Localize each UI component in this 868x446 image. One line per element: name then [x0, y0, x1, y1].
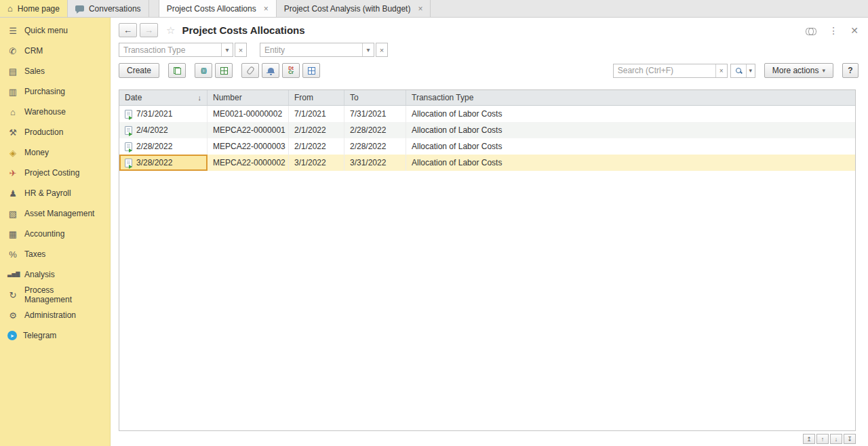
cell-number: MEPCA22-0000001 [208, 122, 289, 138]
sidebar-item-analysis[interactable]: ▃▅▇ Analysis [0, 264, 110, 285]
spreadsheet-icon [220, 67, 228, 75]
sidebar-item-asset-management[interactable]: ▧ Asset Management [0, 203, 110, 224]
posted-document-icon [125, 142, 132, 151]
attach-file-button[interactable] [241, 63, 259, 78]
scroll-down-button[interactable]: ↓ [830, 434, 842, 444]
date-value: 3/28/2022 [136, 158, 172, 167]
page-title: Project Costs Allocations [182, 24, 304, 36]
sidebar-item-money[interactable]: ◈ Money [0, 142, 110, 163]
sidebar-item-crm[interactable]: ✆ CRM [0, 41, 110, 61]
date-value: 2/28/2022 [136, 142, 172, 151]
close-form-button[interactable]: ✕ [850, 26, 859, 35]
sidebar-item-quick-menu[interactable]: ☰ Quick menu [0, 20, 110, 41]
search-button[interactable] [731, 64, 746, 77]
chat-bubble-icon [75, 5, 84, 12]
tab-close-icon[interactable]: × [264, 4, 269, 14]
table-row-selected[interactable]: 3/28/2022 MEPCA22-0000002 3/1/2022 3/31/… [119, 155, 855, 171]
favorite-star-icon[interactable]: ☆ [166, 24, 175, 37]
related-documents-button[interactable] [302, 63, 320, 78]
more-actions-button[interactable]: More actions ▾ [764, 63, 833, 78]
cell-number: MEPCA22-0000003 [208, 138, 289, 155]
sidebar-item-administration[interactable]: ⚙ Administration [0, 305, 110, 325]
sidebar-item-process-management[interactable]: ↻ Process Management [0, 285, 110, 305]
column-header-transaction-type[interactable]: Transaction Type [406, 90, 855, 105]
more-menu-button[interactable]: ⋮ [829, 26, 838, 35]
column-header-to[interactable]: To [344, 90, 406, 105]
paperclip-icon [246, 66, 255, 75]
create-button[interactable]: Create [119, 63, 159, 78]
tab-project-costs-allocations[interactable]: Project Costs Allocations × [159, 0, 277, 17]
cell-from: 2/1/2022 [289, 138, 344, 155]
column-label: Date [125, 93, 142, 102]
administration-icon: ⚙ [7, 311, 18, 320]
column-label: Transaction Type [412, 93, 473, 102]
transaction-type-clear-button[interactable]: × [235, 43, 247, 57]
cell-date[interactable]: 2/4/2022 [119, 122, 208, 138]
taxes-icon: % [7, 250, 18, 259]
sidebar-item-label: Sales [24, 66, 45, 76]
posted-document-icon [125, 110, 132, 119]
broadcast-button[interactable]: (()) [195, 63, 212, 78]
get-link-button[interactable] [806, 26, 816, 35]
column-label: From [294, 93, 313, 102]
entity-filter-input[interactable] [260, 43, 362, 56]
cell-date-active[interactable]: 3/28/2022 [119, 155, 208, 171]
export-spreadsheet-button[interactable] [215, 63, 233, 78]
accounting-icon: ▦ [7, 230, 18, 239]
tab-label: Conversations [89, 4, 141, 14]
search-options-button[interactable]: ▾ [746, 64, 755, 77]
tab-conversations[interactable]: Conversations [68, 0, 149, 17]
chevron-down-icon: ▾ [225, 46, 229, 54]
search-clear-button[interactable]: × [715, 64, 727, 77]
cell-date[interactable]: 2/28/2022 [119, 138, 208, 155]
sidebar-item-warehouse[interactable]: ⌂ Warehouse [0, 102, 110, 122]
search-split-button: ▾ [730, 64, 755, 78]
transaction-type-combo: ▾ [119, 43, 233, 57]
tab-project-cost-analysis[interactable]: Project Cost Analysis (with Budget) × [277, 0, 431, 17]
dt-cr-button[interactable]: Dt Cr [282, 63, 300, 78]
warehouse-icon: ⌂ [7, 108, 18, 117]
entity-dropdown-button[interactable]: ▾ [362, 43, 374, 56]
sidebar-item-label: Project Costing [24, 168, 79, 178]
table-row[interactable]: 2/28/2022 MEPCA22-0000003 2/1/2022 2/28/… [119, 138, 855, 155]
arrow-down-icon: ↓ [835, 436, 838, 443]
search-input[interactable] [614, 64, 715, 77]
sidebar-item-sales[interactable]: ▤ Sales [0, 61, 110, 81]
forward-button[interactable]: → [140, 23, 158, 37]
entity-clear-button[interactable]: × [376, 43, 388, 57]
sidebar-item-taxes[interactable]: % Taxes [0, 244, 110, 264]
column-header-number[interactable]: Number [208, 90, 289, 105]
sidebar-item-project-costing[interactable]: ✈ Project Costing [0, 163, 110, 183]
sidebar: ☰ Quick menu ✆ CRM ▤ Sales ▥ Purchasing … [0, 18, 111, 446]
cell-date[interactable]: 7/31/2021 [119, 106, 208, 122]
chevron-down-icon: ▾ [366, 46, 370, 54]
copy-button[interactable] [168, 63, 186, 78]
transaction-type-dropdown-button[interactable]: ▾ [221, 43, 233, 56]
scroll-up-button[interactable]: ↑ [816, 434, 829, 444]
clear-icon: × [719, 67, 724, 75]
column-header-from[interactable]: From [289, 90, 344, 105]
link-icon [806, 28, 816, 34]
reminder-button[interactable] [262, 63, 279, 78]
table-row[interactable]: 2/4/2022 MEPCA22-0000001 2/1/2022 2/28/2… [119, 122, 855, 138]
sidebar-item-label: Analysis [24, 270, 55, 279]
tab-close-icon[interactable]: × [418, 4, 422, 14]
sidebar-item-accounting[interactable]: ▦ Accounting [0, 224, 110, 244]
go-first-button[interactable]: ↥ [803, 434, 815, 444]
sidebar-item-telegram[interactable]: ➤ Telegram [0, 325, 110, 346]
sidebar-item-purchasing[interactable]: ▥ Purchasing [0, 81, 110, 102]
table-row[interactable]: 7/31/2021 ME0021-00000002 7/1/2021 7/31/… [119, 106, 855, 122]
tab-label: Project Cost Analysis (with Budget) [284, 4, 411, 14]
sidebar-item-hr-payroll[interactable]: ♟ HR & Payroll [0, 183, 110, 203]
sidebar-item-production[interactable]: ⚒ Production [0, 122, 110, 142]
back-button[interactable]: ← [119, 23, 137, 37]
help-button[interactable]: ? [842, 63, 859, 78]
cr-label: Cr [288, 70, 294, 75]
posted-document-icon [125, 159, 132, 167]
cell-number: MEPCA22-0000002 [208, 155, 289, 171]
tab-home-page[interactable]: ⌂ Home page [0, 0, 68, 17]
column-header-date[interactable]: Date ↓ [119, 90, 208, 105]
transaction-type-filter-input[interactable] [119, 43, 221, 56]
go-last-button[interactable]: ↧ [844, 434, 856, 444]
sidebar-item-label: Quick menu [24, 26, 68, 35]
